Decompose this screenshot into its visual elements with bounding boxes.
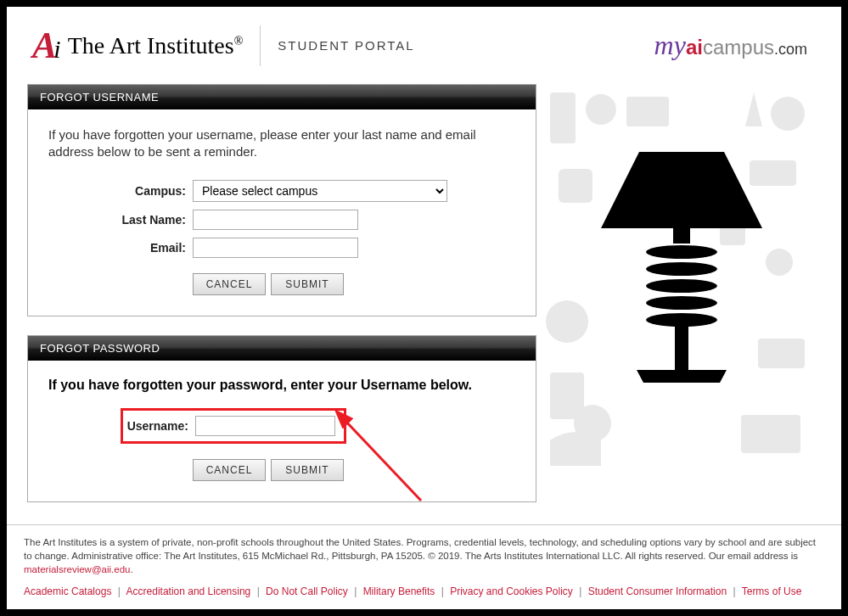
footer-link[interactable]: Military Benefits <box>363 585 435 597</box>
username-input[interactable] <box>195 416 335 436</box>
email-input[interactable] <box>193 238 358 258</box>
logo-art-institutes: A i The Art Institutes® <box>32 24 243 67</box>
svg-rect-1 <box>550 92 576 143</box>
footer-link[interactable]: Privacy and Cookies Policy <box>450 585 573 597</box>
lastname-input[interactable] <box>193 210 358 230</box>
cancel-button[interactable]: CANCEL <box>193 459 266 481</box>
logo-myaicampus: my aicampus .com <box>654 30 816 61</box>
svg-point-2 <box>586 94 616 125</box>
footer-link[interactable]: Academic Catalogs <box>24 585 111 597</box>
svg-rect-14 <box>673 228 690 244</box>
footer-email-link[interactable]: materialsreview@aii.edu <box>24 564 130 574</box>
username-highlight-box: Username: <box>121 408 346 444</box>
decorative-collage <box>542 84 822 483</box>
svg-point-15 <box>646 245 717 259</box>
svg-point-17 <box>646 279 717 293</box>
header: A i The Art Institutes® STUDENT PORTAL m… <box>7 7 841 84</box>
svg-point-11 <box>766 249 793 276</box>
instruction-text: If you have forgotten your password, ent… <box>48 378 515 393</box>
forgot-username-panel: FORGOT USERNAME If you have forgotten yo… <box>27 84 536 316</box>
footer-link[interactable]: Student Consumer Information <box>588 585 727 597</box>
footer-link[interactable]: Do Not Call Policy <box>266 585 348 597</box>
instruction-text: If you have forgotten your username, ple… <box>48 126 515 161</box>
footer: The Art Institutes is a system of privat… <box>7 524 841 609</box>
footer-link[interactable]: Terms of Use <box>742 585 802 597</box>
svg-rect-20 <box>675 326 688 370</box>
email-label: Email: <box>48 241 193 255</box>
submit-button[interactable]: SUBMIT <box>271 459 344 481</box>
footer-links: Academic Catalogs | Accreditation and Li… <box>24 585 824 599</box>
svg-rect-10 <box>758 339 805 368</box>
panel-title: FORGOT PASSWORD <box>28 336 536 361</box>
svg-point-16 <box>646 262 717 276</box>
svg-rect-12 <box>741 415 800 453</box>
campus-select[interactable]: Please select campus <box>193 180 447 202</box>
submit-button[interactable]: SUBMIT <box>271 273 344 295</box>
campus-label: Campus: <box>48 184 193 198</box>
lastname-label: Last Name: <box>48 213 193 227</box>
svg-rect-3 <box>626 97 669 126</box>
panel-title: FORGOT USERNAME <box>28 85 536 109</box>
username-label: Username: <box>123 419 195 433</box>
svg-point-19 <box>646 313 717 327</box>
header-divider <box>260 25 261 66</box>
svg-point-18 <box>646 296 717 310</box>
svg-point-6 <box>546 300 588 343</box>
logo-glyph-i: i <box>53 35 60 64</box>
cancel-button[interactable]: CANCEL <box>193 273 266 295</box>
svg-rect-7 <box>750 160 796 186</box>
portal-title: STUDENT PORTAL <box>278 38 414 53</box>
forgot-password-panel: FORGOT PASSWORD If you have forgotten yo… <box>27 335 536 502</box>
footer-text: The Art Institutes is a system of privat… <box>24 537 816 561</box>
footer-link[interactable]: Accreditation and Licensing <box>126 585 251 597</box>
logo-text: The Art Institutes® <box>68 32 244 59</box>
svg-rect-5 <box>559 169 592 203</box>
svg-point-4 <box>771 97 805 131</box>
